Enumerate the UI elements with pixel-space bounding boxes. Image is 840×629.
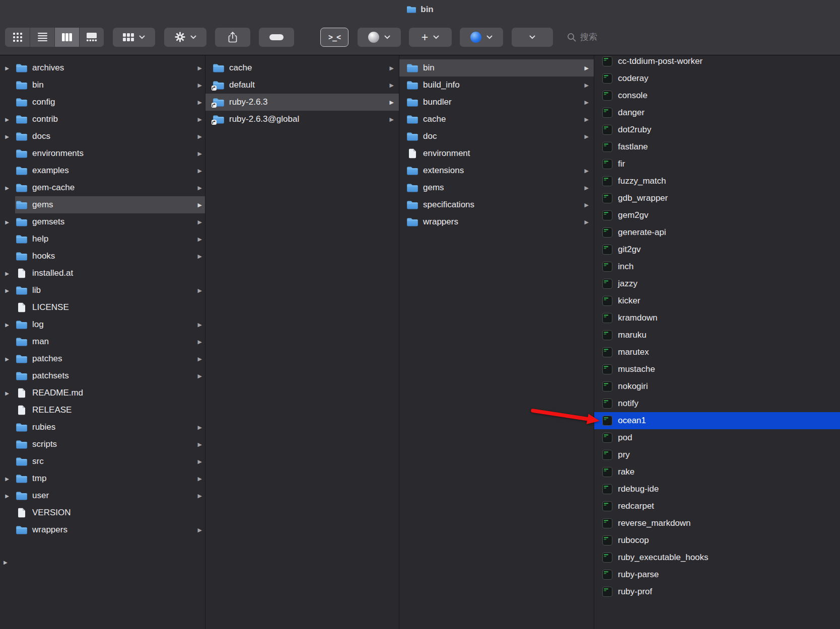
icon-view-button[interactable] <box>5 28 30 47</box>
folder-item-cache[interactable]: cache▶ <box>399 111 594 128</box>
exec-item-rake[interactable]: rake <box>594 463 840 481</box>
disclosure-triangle[interactable]: ▶ <box>4 560 8 565</box>
file-item-VERSION[interactable]: VERSION <box>15 504 205 521</box>
folder-item-hooks[interactable]: hooks▶ <box>15 248 205 265</box>
folder-item-tmp[interactable]: ▶tmp▶ <box>15 470 205 487</box>
exec-item-mustache[interactable]: mustache <box>594 361 840 378</box>
exec-item-rubocop[interactable]: rubocop <box>594 532 840 549</box>
folder-item-patchsets[interactable]: patchsets▶ <box>15 367 205 384</box>
gallery-view-button[interactable] <box>79 28 104 47</box>
folder-item-gems[interactable]: gems▶ <box>399 179 594 196</box>
exec-item-reverse_markdown[interactable]: reverse_markdown <box>594 515 840 532</box>
folder-item-help[interactable]: help▶ <box>15 230 205 248</box>
folder-item-archives[interactable]: ▶archives▶ <box>15 59 205 76</box>
exec-item-marutex[interactable]: marutex <box>594 344 840 361</box>
exec-item-maruku[interactable]: maruku <box>594 327 840 344</box>
exec-item-cc-tddium-post-worker[interactable]: cc-tddium-post-worker <box>594 55 840 70</box>
exec-item-ruby_executable_hooks[interactable]: ruby_executable_hooks <box>594 549 840 566</box>
column-view-button[interactable] <box>54 28 79 47</box>
folder-item-default[interactable]: default▶ <box>205 76 399 94</box>
search-input[interactable] <box>580 32 830 42</box>
disclosure-triangle[interactable]: ▶ <box>4 117 11 122</box>
tag-button[interactable] <box>259 28 294 47</box>
exec-item-ocean1[interactable]: ocean1 <box>594 412 840 429</box>
folder-item-doc[interactable]: doc▶ <box>399 128 594 145</box>
folder-item-cache[interactable]: cache▶ <box>205 59 399 76</box>
folder-item-bin[interactable]: bin▶ <box>399 59 594 76</box>
exec-item-rdebug-ide[interactable]: rdebug-ide <box>594 481 840 498</box>
exec-item-gem2gv[interactable]: gem2gv <box>594 207 840 224</box>
folder-item-rubies[interactable]: rubies▶ <box>15 419 205 436</box>
disclosure-triangle[interactable]: ▶ <box>4 134 11 139</box>
file-item-environment[interactable]: environment <box>399 145 594 162</box>
file-item-LICENSE[interactable]: LICENSE <box>15 299 205 316</box>
file-item-RELEASE[interactable]: RELEASE <box>15 402 205 419</box>
folder-item-extensions[interactable]: extensions▶ <box>399 162 594 179</box>
search-field[interactable] <box>562 28 835 47</box>
exec-item-ruby-parse[interactable]: ruby-parse <box>594 566 840 583</box>
folder-item-gems[interactable]: gems▶ <box>15 196 205 213</box>
exec-item-fastlane[interactable]: fastlane <box>594 138 840 155</box>
exec-item-jazzy[interactable]: jazzy <box>594 275 840 292</box>
exec-item-kicker[interactable]: kicker <box>594 292 840 309</box>
disclosure-triangle[interactable]: ▶ <box>4 65 11 71</box>
exec-item-coderay[interactable]: coderay <box>594 70 840 87</box>
folder-item-specifications[interactable]: specifications▶ <box>399 196 594 213</box>
folder-item-examples[interactable]: examples▶ <box>15 162 205 179</box>
file-item-README.md[interactable]: ▶README.md <box>15 384 205 402</box>
group-menu-button[interactable] <box>113 28 155 47</box>
folder-item-ruby-2.6.3@global[interactable]: ruby-2.6.3@global▶ <box>205 111 399 128</box>
folder-item-patches[interactable]: ▶patches▶ <box>15 350 205 367</box>
exec-item-ruby-prof[interactable]: ruby-prof <box>594 583 840 600</box>
folder-item-wrappers[interactable]: wrappers▶ <box>15 521 205 538</box>
disclosure-triangle[interactable]: ▶ <box>4 322 11 328</box>
exec-item-danger[interactable]: danger <box>594 104 840 121</box>
folder-item-ruby-2.6.3[interactable]: ruby-2.6.3▶ <box>205 94 399 111</box>
custom-tool-button[interactable]: >_< <box>320 28 348 47</box>
exec-item-git2gv[interactable]: git2gv <box>594 241 840 258</box>
disclosure-triangle[interactable]: ▶ <box>4 493 11 499</box>
exec-item-redcarpet[interactable]: redcarpet <box>594 498 840 515</box>
disclosure-triangle[interactable]: ▶ <box>4 271 11 276</box>
action-menu-button[interactable] <box>164 28 206 47</box>
folder-item-environments[interactable]: environments▶ <box>15 145 205 162</box>
exec-item-nokogiri[interactable]: nokogiri <box>594 378 840 395</box>
disclosure-triangle[interactable]: ▶ <box>4 476 11 482</box>
disclosure-triangle[interactable]: ▶ <box>4 219 11 225</box>
exec-item-fuzzy_match[interactable]: fuzzy_match <box>594 173 840 190</box>
app-menu-button[interactable] <box>358 28 401 47</box>
exec-item-gdb_wrapper[interactable]: gdb_wrapper <box>594 190 840 207</box>
folder-item-wrappers[interactable]: wrappers▶ <box>399 213 594 230</box>
disclosure-triangle[interactable]: ▶ <box>4 185 11 191</box>
folder-item-src[interactable]: src▶ <box>15 453 205 470</box>
file-item-installed.at[interactable]: ▶installed.at <box>15 265 205 282</box>
disclosure-triangle[interactable]: ▶ <box>4 288 11 293</box>
location-menu-button[interactable] <box>460 28 503 47</box>
disclosure-triangle[interactable]: ▶ <box>4 390 11 396</box>
disclosure-triangle[interactable]: ▶ <box>4 356 11 362</box>
list-view-button[interactable] <box>30 28 54 47</box>
folder-item-gemsets[interactable]: ▶gemsets▶ <box>15 213 205 230</box>
exec-item-generate-api[interactable]: generate-api <box>594 224 840 241</box>
folder-item-bin[interactable]: bin▶ <box>15 76 205 94</box>
folder-item-bundler[interactable]: bundler▶ <box>399 94 594 111</box>
exec-item-pry[interactable]: pry <box>594 446 840 463</box>
folder-item-config[interactable]: config▶ <box>15 94 205 111</box>
exec-item-console[interactable]: console <box>594 87 840 104</box>
exec-item-inch[interactable]: inch <box>594 258 840 275</box>
folder-item-scripts[interactable]: scripts▶ <box>15 436 205 453</box>
folder-item-build_info[interactable]: build_info▶ <box>399 76 594 94</box>
exec-item-kramdown[interactable]: kramdown <box>594 309 840 327</box>
folder-item-lib[interactable]: ▶lib▶ <box>15 282 205 299</box>
folder-item-man[interactable]: man▶ <box>15 333 205 350</box>
folder-item-log[interactable]: ▶log▶ <box>15 316 205 333</box>
folder-item-contrib[interactable]: ▶contrib▶ <box>15 111 205 128</box>
exec-item-fir[interactable]: fir <box>594 155 840 173</box>
folder-item-user[interactable]: ▶user▶ <box>15 487 205 504</box>
add-menu-button[interactable]: + <box>409 28 452 47</box>
exec-item-dot2ruby[interactable]: dot2ruby <box>594 121 840 138</box>
extra-menu-button[interactable] <box>512 28 553 47</box>
exec-item-notify[interactable]: notify <box>594 395 840 412</box>
folder-item-docs[interactable]: ▶docs▶ <box>15 128 205 145</box>
folder-item-gem-cache[interactable]: ▶gem-cache▶ <box>15 179 205 196</box>
